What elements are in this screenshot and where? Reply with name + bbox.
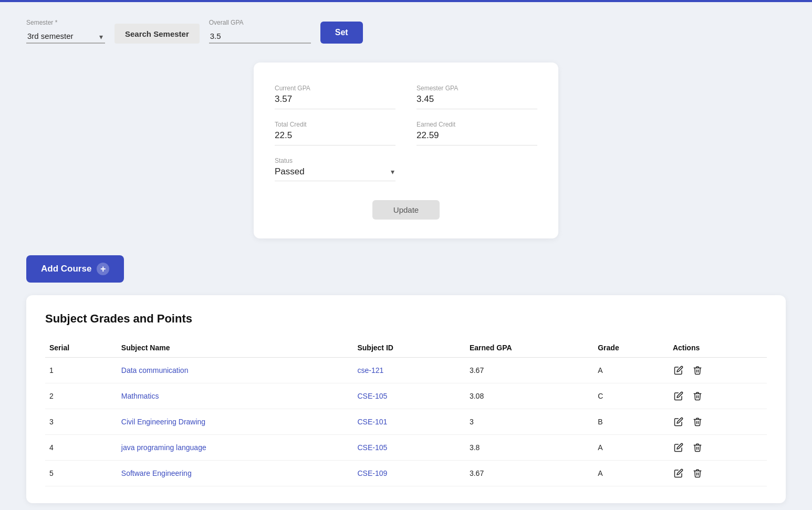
cell-earned-gpa: 3.67	[465, 358, 594, 383]
info-card: Current GPA 3.57 Semester GPA 3.45 Total…	[254, 63, 558, 238]
current-gpa-value: 3.57	[275, 94, 395, 105]
status-select-wrapper: Passed Failed Pending ▾	[275, 166, 395, 176]
pencil-icon	[674, 366, 683, 375]
update-button[interactable]: Update	[372, 200, 440, 220]
cell-serial: 3	[45, 409, 117, 435]
delete-button[interactable]	[692, 390, 703, 402]
cell-grade: C	[594, 383, 669, 409]
table-row: 5 Software Engineering CSE-109 3.67 A	[45, 461, 767, 486]
delete-button[interactable]	[692, 442, 703, 453]
update-btn-wrapper: Update	[275, 200, 537, 220]
add-icon: +	[97, 263, 109, 275]
edit-button[interactable]	[673, 390, 684, 402]
table-header: Serial Subject Name Subject ID Earned GP…	[45, 338, 767, 358]
cell-grade: A	[594, 461, 669, 486]
cell-serial: 5	[45, 461, 117, 486]
semester-gpa-label: Semester GPA	[417, 85, 537, 92]
current-gpa-label: Current GPA	[275, 85, 395, 92]
edit-button[interactable]	[673, 467, 684, 479]
cell-actions	[669, 461, 767, 486]
cell-grade: B	[594, 409, 669, 435]
pencil-icon	[674, 391, 683, 401]
col-serial: Serial	[45, 338, 117, 358]
earned-credit-value: 22.59	[417, 130, 537, 141]
col-subject-id: Subject ID	[353, 338, 465, 358]
subject-table: Serial Subject Name Subject ID Earned GP…	[45, 338, 767, 486]
action-icons	[673, 442, 763, 453]
total-credit-label: Total Credit	[275, 121, 395, 128]
edit-button[interactable]	[673, 416, 684, 428]
cell-serial: 2	[45, 383, 117, 409]
delete-button[interactable]	[692, 467, 703, 479]
col-actions: Actions	[669, 338, 767, 358]
info-grid: Current GPA 3.57 Semester GPA 3.45 Total…	[275, 79, 537, 188]
earned-credit-field: Earned Credit 22.59	[417, 116, 537, 145]
set-button[interactable]: Set	[320, 22, 363, 44]
delete-button[interactable]	[692, 416, 703, 428]
cell-serial: 4	[45, 435, 117, 461]
overall-gpa-field-group: Overall GPA	[209, 19, 311, 44]
semester-gpa-field: Semester GPA 3.45	[417, 79, 537, 109]
overall-gpa-label: Overall GPA	[209, 19, 311, 26]
add-course-label: Add Course	[41, 264, 91, 274]
action-icons	[673, 467, 763, 479]
cell-actions	[669, 409, 767, 435]
cell-subject-name: java programing language	[117, 435, 353, 461]
top-bar	[0, 0, 812, 2]
table-title: Subject Grades and Points	[45, 312, 767, 326]
trash-icon	[693, 417, 702, 426]
table-row: 4 java programing language CSE-105 3.8 A	[45, 435, 767, 461]
col-grade: Grade	[594, 338, 669, 358]
cell-subject-name: Mathmatics	[117, 383, 353, 409]
cell-earned-gpa: 3.08	[465, 383, 594, 409]
table-row: 2 Mathmatics CSE-105 3.08 C	[45, 383, 767, 409]
trash-icon	[693, 391, 702, 401]
top-controls: Semester * 1st semester 2nd semester 3rd…	[26, 19, 786, 44]
cell-serial: 1	[45, 358, 117, 383]
semester-gpa-value: 3.45	[417, 94, 537, 105]
cell-grade: A	[594, 435, 669, 461]
cell-earned-gpa: 3.8	[465, 435, 594, 461]
cell-subject-name: Civil Engineering Drawing	[117, 409, 353, 435]
cell-subject-name: Data communication	[117, 358, 353, 383]
edit-button[interactable]	[673, 365, 684, 376]
table-card: Subject Grades and Points Serial Subject…	[26, 295, 786, 503]
cell-actions	[669, 435, 767, 461]
edit-button[interactable]	[673, 442, 684, 453]
cell-subject-id: cse-121	[353, 358, 465, 383]
table-body: 1 Data communication cse-121 3.67 A	[45, 358, 767, 486]
col-earned-gpa: Earned GPA	[465, 338, 594, 358]
semester-select-wrapper: 1st semester 2nd semester 3rd semester 4…	[26, 29, 105, 44]
pencil-icon	[674, 417, 683, 426]
pencil-icon	[674, 469, 683, 478]
table-row: 3 Civil Engineering Drawing CSE-101 3 B	[45, 409, 767, 435]
col-subject-name: Subject Name	[117, 338, 353, 358]
trash-icon	[693, 469, 702, 478]
cell-subject-id: CSE-105	[353, 435, 465, 461]
cell-subject-id: CSE-109	[353, 461, 465, 486]
overall-gpa-input[interactable]	[209, 29, 311, 44]
cell-subject-id: CSE-101	[353, 409, 465, 435]
cell-earned-gpa: 3	[465, 409, 594, 435]
cell-subject-name: Software Engineering	[117, 461, 353, 486]
total-credit-field: Total Credit 22.5	[275, 116, 395, 145]
status-field: Status Passed Failed Pending ▾	[275, 152, 395, 181]
cell-grade: A	[594, 358, 669, 383]
earned-credit-label: Earned Credit	[417, 121, 537, 128]
semester-field-group: Semester * 1st semester 2nd semester 3rd…	[26, 19, 105, 44]
add-course-button[interactable]: Add Course +	[26, 255, 124, 283]
delete-button[interactable]	[692, 365, 703, 376]
action-icons	[673, 390, 763, 402]
main-content: Semester * 1st semester 2nd semester 3rd…	[0, 2, 812, 510]
search-semester-button[interactable]: Search Semester	[114, 24, 200, 44]
table-header-row: Serial Subject Name Subject ID Earned GP…	[45, 338, 767, 358]
total-credit-value: 22.5	[275, 130, 395, 141]
trash-icon	[693, 366, 702, 375]
status-label: Status	[275, 157, 395, 164]
semester-label: Semester *	[26, 19, 105, 26]
semester-select[interactable]: 1st semester 2nd semester 3rd semester 4…	[26, 29, 105, 44]
status-select[interactable]: Passed Failed Pending	[275, 166, 395, 176]
cell-subject-id: CSE-105	[353, 383, 465, 409]
cell-earned-gpa: 3.67	[465, 461, 594, 486]
action-icons	[673, 365, 763, 376]
